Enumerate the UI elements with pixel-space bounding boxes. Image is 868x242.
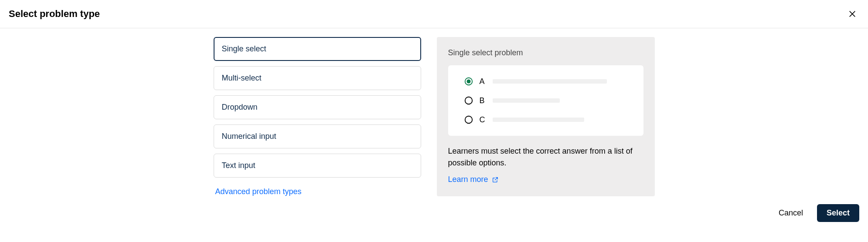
cancel-button[interactable]: Cancel (769, 204, 813, 222)
preview-option-row: A (464, 77, 628, 86)
type-option-numerical-input[interactable]: Numerical input (214, 124, 421, 148)
close-icon (848, 10, 857, 18)
placeholder-bar (493, 98, 560, 103)
radio-unselected-icon (464, 115, 473, 124)
external-link-icon (492, 176, 499, 183)
radio-selected-icon (464, 77, 473, 86)
modal-body: Single select Multi-select Dropdown Nume… (0, 28, 868, 201)
preview-panel: Single select problem A B (437, 37, 655, 196)
type-option-multi-select[interactable]: Multi-select (214, 66, 421, 90)
select-button[interactable]: Select (817, 204, 859, 222)
svg-point-2 (465, 97, 472, 104)
preview-option-row: B (464, 96, 628, 105)
learn-more-label: Learn more (448, 175, 488, 184)
type-option-text-input[interactable]: Text input (214, 154, 421, 178)
option-letter: C (480, 115, 487, 124)
placeholder-bar (493, 118, 584, 122)
preview-card: A B C (448, 65, 643, 136)
type-option-single-select[interactable]: Single select (214, 37, 421, 61)
advanced-problem-types-link[interactable]: Advanced problem types (214, 183, 303, 196)
close-button[interactable] (845, 7, 859, 21)
modal-title: Select problem type (9, 8, 100, 20)
modal-footer: Cancel Select (0, 201, 868, 229)
problem-type-list: Single select Multi-select Dropdown Nume… (214, 37, 421, 196)
option-letter: B (480, 96, 487, 105)
preview-option-row: C (464, 115, 628, 124)
type-option-dropdown[interactable]: Dropdown (214, 95, 421, 119)
radio-unselected-icon (464, 96, 473, 105)
preview-title: Single select problem (448, 48, 643, 57)
option-letter: A (480, 77, 487, 86)
placeholder-bar (493, 79, 607, 84)
preview-description: Learners must select the correct answer … (448, 145, 643, 169)
learn-more-link[interactable]: Learn more (448, 175, 499, 184)
modal-header: Select problem type (0, 0, 868, 28)
svg-point-1 (466, 79, 470, 83)
svg-point-3 (465, 116, 472, 124)
